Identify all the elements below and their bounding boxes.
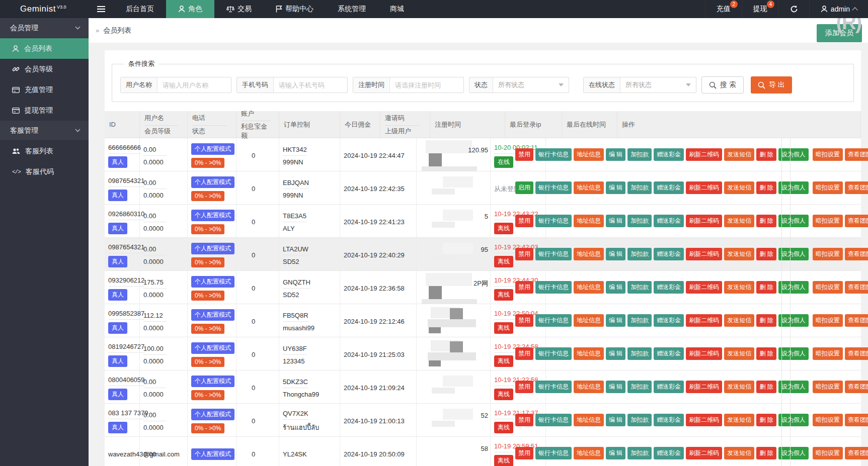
action-编辑[interactable]: 编 辑: [606, 381, 625, 393]
disable-button[interactable]: 禁用: [515, 281, 533, 294]
nav-recharge[interactable]: 充值 2: [705, 0, 742, 18]
action-赠送彩金[interactable]: 赠送彩金: [654, 215, 684, 227]
action-银行卡信息[interactable]: 银行卡信息: [535, 314, 572, 327]
action-设为假人[interactable]: 设为假人: [778, 215, 809, 227]
disable-button[interactable]: 禁用: [515, 148, 533, 161]
nav-item-商城[interactable]: 商城: [378, 0, 416, 18]
action-发送短信[interactable]: 发送短信: [724, 148, 754, 161]
action-暗扣设置[interactable]: 暗扣设置: [813, 215, 843, 227]
search-button[interactable]: 搜 索: [701, 76, 744, 94]
field-input-用户名称[interactable]: [157, 77, 231, 92]
action-加扣款[interactable]: 加扣款: [627, 181, 652, 194]
enable-button[interactable]: 启用: [515, 181, 533, 194]
nav-item-帮助中心[interactable]: 帮助中心: [264, 0, 326, 18]
action-发送短信[interactable]: 发送短信: [724, 447, 754, 459]
action-银行卡信息[interactable]: 银行卡信息: [535, 347, 572, 360]
action-暗扣设置[interactable]: 暗扣设置: [813, 447, 843, 459]
config-mode-badge[interactable]: 个人配置模式: [191, 448, 234, 460]
sidebar-item-充值管理[interactable]: 充值管理: [0, 79, 89, 100]
disable-button[interactable]: 禁用: [515, 215, 533, 227]
action-刷新二维码[interactable]: 刷新二维码: [686, 148, 722, 161]
rate-badge[interactable]: 0% - >0%: [191, 257, 224, 267]
disable-button[interactable]: 禁用: [515, 347, 533, 360]
action-删除[interactable]: 删 除: [756, 148, 776, 161]
action-银行卡信息[interactable]: 银行卡信息: [535, 215, 572, 227]
action-地址信息[interactable]: 地址信息: [574, 381, 604, 393]
action-查看团队[interactable]: 查看团队: [845, 181, 868, 194]
config-mode-badge[interactable]: 个人配置模式: [191, 176, 234, 188]
action-发送短信[interactable]: 发送短信: [724, 281, 754, 294]
action-刷新二维码[interactable]: 刷新二维码: [686, 381, 722, 393]
action-发送短信[interactable]: 发送短信: [724, 414, 754, 426]
action-发送短信[interactable]: 发送短信: [724, 314, 754, 327]
action-查看团队[interactable]: 查看团队: [845, 281, 868, 294]
action-设为假人[interactable]: 设为假人: [778, 381, 809, 393]
action-查看团队[interactable]: 查看团队: [845, 215, 868, 227]
action-设为假人[interactable]: 设为假人: [778, 447, 809, 459]
action-地址信息[interactable]: 地址信息: [574, 148, 604, 161]
action-赠送彩金[interactable]: 赠送彩金: [654, 414, 684, 426]
action-刷新二维码[interactable]: 刷新二维码: [686, 181, 722, 194]
action-银行卡信息[interactable]: 银行卡信息: [535, 148, 572, 161]
disable-button[interactable]: 禁用: [515, 314, 533, 327]
rate-badge[interactable]: 0% - >0%: [191, 390, 224, 400]
action-删除[interactable]: 删 除: [756, 181, 776, 194]
sidebar-item-会员等级[interactable]: 会员等级: [0, 59, 89, 79]
action-刷新二维码[interactable]: 刷新二维码: [686, 347, 722, 360]
brand-logo[interactable]: Geminist V3.0: [0, 0, 89, 18]
action-刷新二维码[interactable]: 刷新二维码: [686, 248, 722, 260]
config-mode-badge[interactable]: 个人配置模式: [191, 376, 234, 387]
action-赠送彩金[interactable]: 赠送彩金: [654, 281, 684, 294]
action-刷新二维码[interactable]: 刷新二维码: [686, 281, 722, 294]
sidebar-item-客服列表[interactable]: 客服列表: [0, 141, 89, 161]
action-加扣款[interactable]: 加扣款: [627, 281, 652, 294]
disable-button[interactable]: 禁用: [515, 381, 533, 393]
action-设为假人[interactable]: 设为假人: [778, 248, 809, 260]
sidebar-group-会员管理[interactable]: 会员管理: [0, 18, 89, 38]
action-赠送彩金[interactable]: 赠送彩金: [654, 181, 684, 194]
action-设为假人[interactable]: 设为假人: [778, 414, 809, 426]
action-银行卡信息[interactable]: 银行卡信息: [535, 414, 572, 426]
nav-withdraw[interactable]: 提现 4: [742, 0, 778, 18]
field-select-状态[interactable]: 所有状态: [493, 77, 569, 92]
action-删除[interactable]: 删 除: [756, 314, 776, 327]
action-地址信息[interactable]: 地址信息: [574, 181, 604, 194]
action-删除[interactable]: 删 除: [756, 414, 776, 426]
action-赠送彩金[interactable]: 赠送彩金: [654, 248, 684, 260]
action-加扣款[interactable]: 加扣款: [627, 314, 652, 327]
action-暗扣设置[interactable]: 暗扣设置: [813, 314, 843, 327]
nav-item-后台首页[interactable]: 后台首页: [114, 0, 166, 18]
sidebar-item-会员列表[interactable]: 会员列表: [0, 38, 89, 59]
action-银行卡信息[interactable]: 银行卡信息: [535, 447, 572, 459]
action-暗扣设置[interactable]: 暗扣设置: [813, 248, 843, 260]
action-发送短信[interactable]: 发送短信: [724, 215, 754, 227]
nav-item-交易[interactable]: 交易: [214, 0, 264, 18]
config-mode-badge[interactable]: 个人配置模式: [191, 210, 234, 221]
config-mode-badge[interactable]: 个人配置模式: [191, 276, 234, 288]
sidebar-item-客服代码[interactable]: </>客服代码: [0, 161, 89, 182]
action-加扣款[interactable]: 加扣款: [627, 447, 652, 459]
config-mode-badge[interactable]: 个人配置模式: [191, 409, 234, 420]
action-暗扣设置[interactable]: 暗扣设置: [813, 281, 843, 294]
action-地址信息[interactable]: 地址信息: [574, 281, 604, 294]
action-发送短信[interactable]: 发送短信: [724, 347, 754, 360]
action-刷新二维码[interactable]: 刷新二维码: [686, 447, 722, 459]
action-暗扣设置[interactable]: 暗扣设置: [813, 381, 843, 393]
action-查看团队[interactable]: 查看团队: [845, 414, 868, 426]
nav-item-系统管理[interactable]: 系统管理: [326, 0, 378, 18]
action-编辑[interactable]: 编 辑: [606, 215, 625, 227]
action-编辑[interactable]: 编 辑: [606, 148, 625, 161]
action-银行卡信息[interactable]: 银行卡信息: [535, 281, 572, 294]
action-刷新二维码[interactable]: 刷新二维码: [686, 314, 722, 327]
action-地址信息[interactable]: 地址信息: [574, 215, 604, 227]
rate-badge[interactable]: 0% - >0%: [191, 191, 224, 201]
action-赠送彩金[interactable]: 赠送彩金: [654, 381, 684, 393]
sidebar-item-提现管理[interactable]: 提现管理: [0, 100, 89, 121]
field-select-在线状态[interactable]: 所有状态: [620, 77, 696, 92]
action-设为假人[interactable]: 设为假人: [778, 148, 809, 161]
action-删除[interactable]: 删 除: [756, 215, 776, 227]
action-暗扣设置[interactable]: 暗扣设置: [813, 347, 843, 360]
config-mode-badge[interactable]: 个人配置模式: [191, 143, 234, 155]
action-加扣款[interactable]: 加扣款: [627, 148, 652, 161]
action-银行卡信息[interactable]: 银行卡信息: [535, 181, 572, 194]
